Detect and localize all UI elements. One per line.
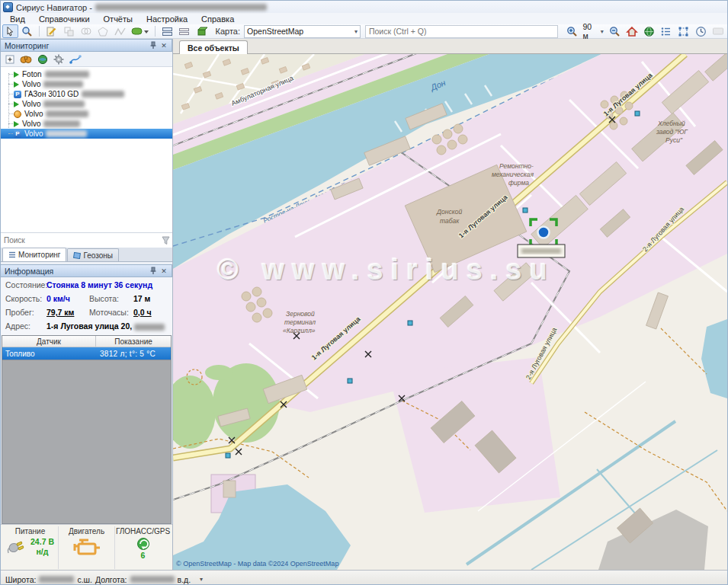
poi-label: Зерновой (286, 310, 315, 318)
toolbar-search-input[interactable] (365, 25, 558, 38)
close-panel-button[interactable]: ✕ (159, 40, 169, 50)
mileage-value[interactable]: 79,7 км (47, 308, 89, 317)
rows-icon (178, 26, 190, 37)
panels-button[interactable] (159, 24, 175, 38)
vehicle-name: ГАЗон 3010 GD (24, 90, 79, 98)
map-select-label: Карта: (216, 27, 241, 36)
sensor-col-value[interactable]: Показание (96, 336, 171, 347)
vehicle-row[interactable]: Volvo (1, 79, 172, 89)
pin-button[interactable] (148, 266, 159, 276)
tab-geozones[interactable]: Геозоны (67, 248, 119, 261)
group-tool-button[interactable] (61, 24, 77, 38)
map-tab-all-objects[interactable]: Все объекты (179, 40, 248, 54)
vehicle-row[interactable]: P ГАЗон 3010 GD (1, 89, 172, 99)
close-panel-button[interactable]: ✕ (159, 266, 169, 276)
hours-label: Моточасы: (89, 308, 133, 317)
menu-directories[interactable]: Справочники (33, 14, 96, 24)
menu-view[interactable]: Вид (4, 14, 31, 24)
track-route-icon[interactable] (69, 54, 82, 64)
redacted-plate (43, 81, 83, 88)
sensor-row-selected[interactable]: Топливо 3812 л; t°: 5 °C (2, 347, 171, 360)
vehicle-tree: Foton Volvo P ГАЗон 3010 GD Volvo (1, 67, 172, 232)
app-window: Сириус Навигатор - Вид Справочники Отчёт… (0, 0, 728, 585)
tab-monitoring[interactable]: Мониторинг (2, 248, 66, 261)
objects-button[interactable] (194, 24, 210, 38)
sensor-table-header: Датчик Показание (2, 336, 171, 347)
map-globe-button[interactable] (641, 24, 657, 38)
vehicle-row[interactable]: Volvo (1, 119, 172, 129)
altitude-value: 17 м (133, 294, 168, 303)
vehicle-row[interactable]: Volvo (1, 99, 172, 109)
status-bar: Широта: с.ш. Долгота: в.д. ▾ (1, 570, 727, 585)
menu-bar: Вид Справочники Отчёты Настройка Справка (1, 13, 727, 24)
pin-icon (149, 267, 157, 275)
show-on-map-icon[interactable] (37, 54, 48, 65)
zoom-in-icon (566, 26, 578, 37)
map-provider-value: OpenStreetMap (247, 27, 303, 36)
menu-help[interactable]: Справка (195, 14, 240, 24)
address-label: Адрес: (5, 321, 47, 331)
address-value: 1-я Луговая улица 20, (47, 321, 168, 331)
poi-label: терминал (284, 318, 316, 326)
moving-status-icon (14, 121, 19, 127)
map-viewport: Амбулаторная улица Ростов-на-Дону - Азов… (173, 54, 727, 570)
power-plug-icon (6, 538, 26, 556)
monitoring-toolbar (1, 52, 172, 67)
vehicle-row[interactable]: Foton (1, 69, 172, 79)
redacted-plate (43, 101, 85, 107)
menu-settings[interactable]: Настройка (140, 14, 194, 24)
gps-satellites-count: 6 (141, 551, 146, 560)
track-color-button[interactable] (130, 24, 150, 38)
sensor-value: 3812 л; t°: 5 °C (95, 350, 171, 358)
vehicle-row-selected[interactable]: P Volvo (1, 129, 172, 139)
zoom-tool-button[interactable] (20, 24, 36, 38)
home-button[interactable] (624, 24, 640, 38)
edit-map-button[interactable] (43, 24, 59, 38)
zoom-in-button[interactable] (564, 24, 580, 38)
poi-label: завод "ЮГ (656, 128, 688, 136)
tree-search-input[interactable] (2, 235, 160, 245)
monitoring-panel-header: Мониторинг ✕ (1, 39, 172, 52)
statusbar-dropdown-icon[interactable]: ▾ (200, 576, 203, 583)
vehicle-row[interactable]: Volvo (1, 109, 172, 119)
hours-value[interactable]: 0,0 ч (133, 308, 168, 317)
altitude-label: Высота: (89, 294, 133, 303)
map-provider-select[interactable]: OpenStreetMap ▾ (244, 25, 361, 38)
state-value: Стоянка 8 минут 36 секунд (47, 280, 168, 289)
power-extra: н/д (37, 547, 49, 556)
rows-button[interactable] (176, 24, 192, 38)
polygon-icon (98, 26, 109, 37)
idle-status-icon (14, 110, 21, 118)
sensor-col-name[interactable]: Датчик (2, 336, 96, 347)
fit-extent-button[interactable] (675, 24, 691, 38)
menu-reports[interactable]: Отчёты (98, 14, 139, 24)
history-button[interactable] (693, 24, 709, 38)
magnifier-icon (21, 26, 33, 37)
polygon-tool-button[interactable] (95, 24, 111, 38)
vehicle-name: Volvo (24, 110, 43, 118)
gear-icon[interactable] (53, 54, 64, 65)
filter-icon[interactable] (160, 235, 171, 245)
poi-label: табак (440, 217, 460, 225)
expand-all-button[interactable] (5, 55, 14, 64)
pin-button[interactable] (148, 40, 159, 50)
zoom-out-button[interactable] (607, 24, 623, 38)
poi-label: Руси" (665, 136, 683, 144)
engine-gauge: Двигатель (59, 526, 115, 569)
merge-tool-button[interactable] (78, 24, 94, 38)
sensor-name: Топливо (2, 350, 95, 358)
legend-button[interactable] (659, 24, 675, 38)
message-button[interactable] (710, 24, 726, 38)
state-label: Состояние: (5, 280, 47, 289)
poi-label: механическая (492, 171, 534, 178)
pointer-tool-button[interactable] (2, 24, 18, 38)
map-canvas[interactable]: Амбулаторная улица Ростов-на-Дону - Азов… (173, 54, 727, 570)
poi-label: Ремонтно- (499, 162, 534, 170)
polyline-tool-button[interactable] (113, 24, 129, 38)
map-tab-strip: Все объекты (173, 39, 727, 54)
left-panel: Мониторинг ✕ Foton (1, 39, 173, 570)
sensor-table-empty-area (2, 360, 172, 524)
binoculars-icon[interactable] (20, 54, 32, 64)
vehicle-name: Volvo (24, 129, 43, 138)
zoom-scale-select[interactable]: 90 м ▾ (581, 22, 605, 40)
